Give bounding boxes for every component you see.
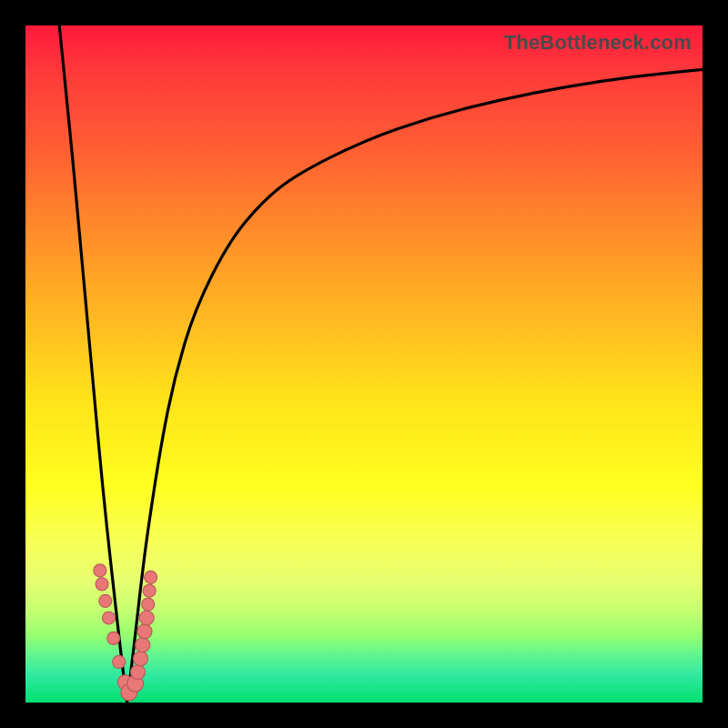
marker-dot xyxy=(113,655,126,668)
marker-dot xyxy=(137,624,152,639)
curve-right xyxy=(127,69,703,703)
marker-dot xyxy=(136,638,150,652)
plot-area: TheBottleneck.com xyxy=(25,25,703,703)
marker-dot xyxy=(99,594,112,607)
marker-dot xyxy=(107,632,120,644)
curve-layer xyxy=(25,25,703,703)
marker-dot xyxy=(103,612,116,624)
curve-left xyxy=(59,25,126,703)
chart-frame: TheBottleneck.com xyxy=(0,0,728,728)
marker-dot xyxy=(139,611,154,625)
marker-dot xyxy=(94,564,106,577)
marker-dot xyxy=(96,578,108,591)
marker-dot xyxy=(145,571,157,583)
marker-dot xyxy=(133,652,147,666)
marker-dot xyxy=(143,584,156,597)
marker-dot xyxy=(131,665,146,680)
marker-dot xyxy=(142,598,155,611)
marker-dots xyxy=(94,564,157,701)
